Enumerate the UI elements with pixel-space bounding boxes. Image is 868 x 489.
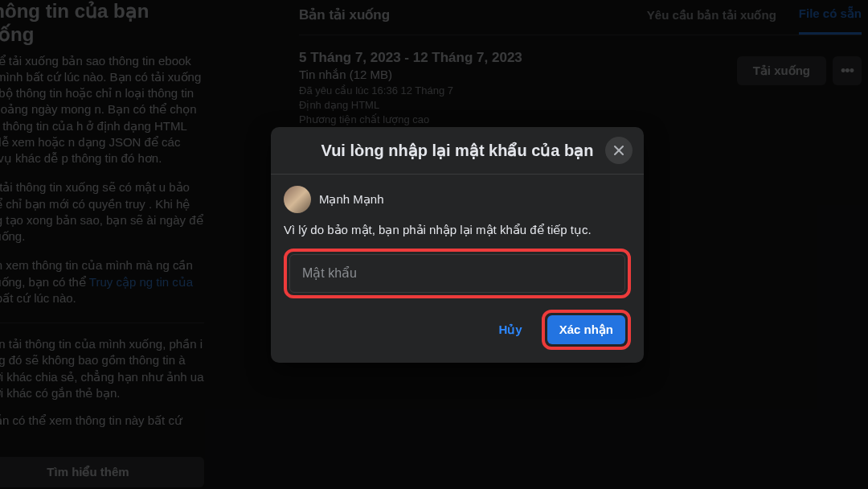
cancel-button[interactable]: Hủy bbox=[487, 316, 533, 343]
password-input[interactable] bbox=[289, 254, 625, 293]
confirm-highlight: Xác nhận bbox=[542, 310, 631, 350]
confirm-button[interactable]: Xác nhận bbox=[547, 315, 625, 344]
modal-header: Vui lòng nhập lại mật khẩu của bạn bbox=[271, 127, 644, 175]
close-button[interactable] bbox=[605, 137, 633, 164]
modal-body: Mạnh Mạnh Vì lý do bảo mật, bạn phải nhậ… bbox=[271, 175, 644, 363]
modal-description: Vì lý do bảo mật, bạn phải nhập lại mật … bbox=[284, 223, 631, 237]
avatar bbox=[284, 186, 311, 213]
modal-actions: Hủy Xác nhận bbox=[284, 310, 631, 350]
password-highlight bbox=[284, 249, 631, 298]
password-modal: Vui lòng nhập lại mật khẩu của bạn Mạnh … bbox=[271, 127, 644, 363]
user-name: Mạnh Mạnh bbox=[319, 192, 384, 207]
close-icon bbox=[611, 142, 627, 158]
modal-title: Vui lòng nhập lại mật khẩu của bạn bbox=[321, 141, 594, 160]
user-row: Mạnh Mạnh bbox=[284, 186, 631, 213]
